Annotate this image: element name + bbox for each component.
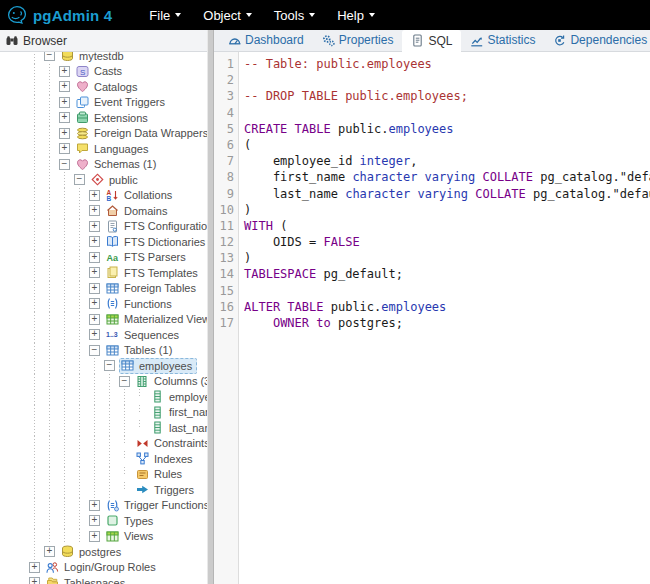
tree-node-trigger-functions[interactable]: +Trigger Functions [0,498,207,514]
tree-node-extensions[interactable]: +Extensions [0,110,207,126]
tree-node-fts-dictionaries[interactable]: +FTS Dictionaries [0,234,207,250]
collapse-toggle-icon[interactable]: − [59,159,70,170]
node-content[interactable]: Extensions [74,110,153,126]
expand-toggle-icon[interactable]: + [89,190,100,201]
node-content[interactable]: postgres [59,544,126,560]
tab-sql[interactable]: SQL [402,30,461,52]
expand-toggle-icon[interactable]: + [59,66,70,77]
tree-node-triggers[interactable]: Triggers [0,482,207,498]
node-content[interactable]: Login/Group Roles [44,559,161,575]
node-content[interactable]: employee_id [149,389,207,405]
collapse-toggle-icon[interactable]: − [89,345,100,356]
node-content[interactable]: Languages [74,141,153,157]
menu-object[interactable]: Object [192,3,263,28]
expand-toggle-icon[interactable]: + [59,97,70,108]
tree-node-first-name[interactable]: first_name [0,405,207,421]
tree-node-event-triggers[interactable]: +Event Triggers [0,95,207,111]
node-content[interactable]: Trigger Functions [104,497,207,513]
expand-toggle-icon[interactable]: + [89,283,100,294]
tree-node-login-group-roles[interactable]: +Login/Group Roles [0,560,207,576]
expand-toggle-icon[interactable]: + [89,205,100,216]
tree-node-mytestdb[interactable]: −mytestdb [0,52,207,64]
node-content[interactable]: first_name [149,404,207,420]
node-content[interactable]: mytestdb [59,52,129,64]
node-content[interactable]: FTS Dictionaries [104,234,207,250]
tree-node-tables-1[interactable]: −Tables (1) [0,343,207,359]
node-content[interactable]: FTS Templates [104,265,203,281]
node-content[interactable]: Schemas (1) [74,156,161,172]
node-content[interactable]: AaFTS Parsers [104,249,191,265]
tree-node-sequences[interactable]: +1..3Sequences [0,327,207,343]
tree-node-foreign-data-wrappers[interactable]: +Foreign Data Wrappers [0,126,207,142]
expand-toggle-icon[interactable]: + [89,221,100,232]
node-content[interactable]: last_name [149,420,207,436]
node-content[interactable]: Functions [104,296,177,312]
expand-toggle-icon[interactable]: + [44,546,55,557]
expand-toggle-icon[interactable]: + [89,298,100,309]
tree-node-domains[interactable]: +Domains [0,203,207,219]
tab-statistics[interactable]: Statistics [461,29,544,51]
tree-node-rules[interactable]: Rules [0,467,207,483]
tree-node-languages[interactable]: +Languages [0,141,207,157]
tree-node-constraints[interactable]: Constraints [0,436,207,452]
expand-toggle-icon[interactable]: + [89,236,100,247]
selected-node-highlight[interactable]: employees [119,358,197,374]
tree-node-foreign-tables[interactable]: +Foreign Tables [0,281,207,297]
collapse-toggle-icon[interactable]: − [74,174,85,185]
tree-node-views[interactable]: +Views [0,529,207,545]
tree-node-materialized-views[interactable]: +Materialized Views [0,312,207,328]
menu-help[interactable]: Help [326,3,386,28]
node-content[interactable]: Tablespaces [44,575,130,584]
tab-properties[interactable]: Properties [313,29,403,51]
node-content[interactable]: Domains [104,203,172,219]
tab-dashboard[interactable]: Dashboard [219,29,313,51]
menu-tools[interactable]: Tools [263,3,326,28]
tree-node-types[interactable]: +Types [0,513,207,529]
tree-node-public[interactable]: −public [0,172,207,188]
collapse-toggle-icon[interactable]: − [44,52,55,61]
expand-toggle-icon[interactable]: + [29,577,40,584]
panel-splitter[interactable] [207,30,214,584]
node-content[interactable]: Types [104,513,158,529]
object-browser-tree[interactable]: −mytestdb+SCasts+Catalogs+Event Triggers… [0,52,207,584]
collapse-toggle-icon[interactable]: − [119,376,130,387]
node-content[interactable]: Rules [134,466,187,482]
expand-toggle-icon[interactable]: + [59,112,70,123]
tree-node-last-name[interactable]: last_name [0,420,207,436]
expand-toggle-icon[interactable]: + [29,562,40,573]
expand-toggle-icon[interactable]: + [89,329,100,340]
node-content[interactable]: 1..3Sequences [104,327,184,343]
node-content[interactable]: ABCollations [104,187,177,203]
tree-node-columns-3[interactable]: −Columns (3) [0,374,207,390]
node-content[interactable]: Columns (3) [134,373,207,389]
node-content[interactable]: FTS Configurations [104,218,207,234]
tree-node-collations[interactable]: +ABCollations [0,188,207,204]
node-content[interactable]: Materialized Views [104,311,207,327]
tree-node-fts-templates[interactable]: +FTS Templates [0,265,207,281]
tree-node-functions[interactable]: +Functions [0,296,207,312]
expand-toggle-icon[interactable]: + [89,252,100,263]
tree-node-indexes[interactable]: Indexes [0,451,207,467]
expand-toggle-icon[interactable]: + [89,531,100,542]
node-content[interactable]: Triggers [134,482,199,498]
tree-node-postgres[interactable]: +postgres [0,544,207,560]
tree-node-fts-configurations[interactable]: +FTS Configurations [0,219,207,235]
tree-node-catalogs[interactable]: +Catalogs [0,79,207,95]
node-content[interactable]: SCasts [74,63,127,79]
node-content[interactable]: Views [104,528,158,544]
expand-toggle-icon[interactable]: + [89,500,100,511]
expand-toggle-icon[interactable]: + [89,314,100,325]
expand-toggle-icon[interactable]: + [59,81,70,92]
node-content[interactable]: Catalogs [74,79,142,95]
expand-toggle-icon[interactable]: + [59,143,70,154]
node-content[interactable]: Event Triggers [74,94,170,110]
node-content[interactable]: public [89,172,143,188]
tree-node-employee-id[interactable]: employee_id [0,389,207,405]
expand-toggle-icon[interactable]: + [89,515,100,526]
node-content[interactable]: Indexes [134,451,198,467]
tree-node-fts-parsers[interactable]: +AaFTS Parsers [0,250,207,266]
tree-node-tablespaces[interactable]: +Tablespaces [0,575,207,584]
node-content[interactable]: Tables (1) [104,342,177,358]
node-content[interactable]: Foreign Tables [104,280,201,296]
collapse-toggle-icon[interactable]: − [104,360,115,371]
